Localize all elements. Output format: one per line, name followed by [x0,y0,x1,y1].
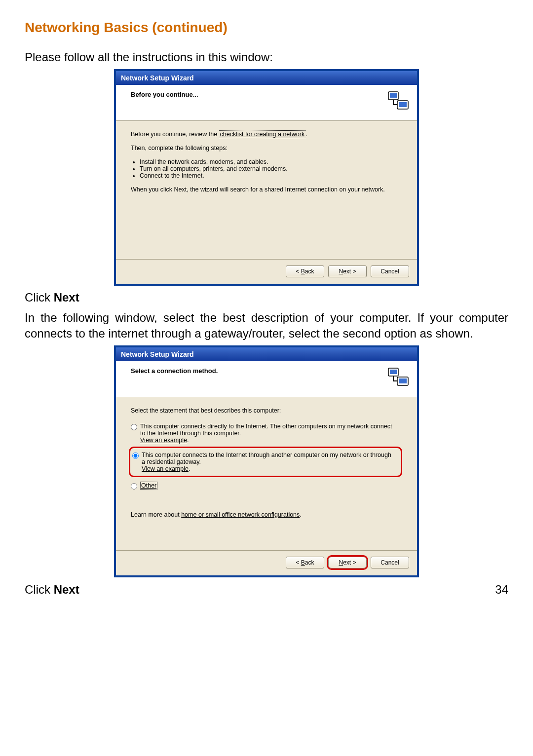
label-bold: Next [54,291,79,304]
radio-input[interactable] [132,453,139,459]
button-row: < Back Next > Cancel [116,259,417,284]
network-icon [387,90,410,113]
radio-input[interactable] [131,424,137,430]
page-number: 34 [495,583,508,597]
svg-rect-3 [399,102,407,107]
paragraph-2: In the following window, select the best… [25,310,508,340]
radio-label: This computer connects to the Internet t… [142,452,391,465]
body-text: When you click Next, the wizard will sea… [131,186,402,193]
wizard-header-title: Select a connection method. [131,367,218,375]
click-next-2: Click Next [25,582,79,597]
page-heading: Networking Basics (continued) [25,20,508,36]
learn-more-text: Learn more about [131,511,181,518]
click-next-1: Click Next [25,290,508,305]
next-button[interactable]: Next > [328,265,367,277]
body-text: . [305,131,307,138]
back-button[interactable]: < Back [286,557,324,568]
label-bold: Next [54,583,79,596]
wizard-body: Select the statement that best describes… [116,397,417,550]
body-text: Then, complete the following steps: [131,145,402,151]
wizard-select-connection: Network Setup Wizard Select a connection… [114,346,419,577]
cancel-button[interactable]: Cancel [371,557,409,568]
label: Click [25,583,54,596]
radio-option-other[interactable]: Other [131,480,402,491]
back-button[interactable]: < Back [286,265,324,277]
view-example-link[interactable]: View an example [142,465,189,472]
radio-option-gateway[interactable]: This computer connects to the Internet t… [132,450,397,474]
radio-input[interactable] [131,483,137,490]
step-item: Install the network cards, modems, and c… [140,158,402,165]
wizard-header: Before you continue... [116,85,417,121]
body-text: Before you continue, review the [131,131,219,138]
step-item: Connect to the Internet. [140,172,402,179]
wizard-body: Before you continue, review the checklis… [116,121,417,259]
svg-rect-1 [390,93,397,98]
svg-rect-7 [399,378,407,383]
wizard-header: Select a connection method. [116,361,417,397]
button-row: < Back Next > Cancel [116,550,417,575]
radio-option-direct[interactable]: This computer connects directly to the I… [131,421,402,446]
highlight-selected-option: This computer connects to the Internet t… [129,447,402,477]
cancel-button[interactable]: Cancel [371,265,409,277]
radio-label: This computer connects directly to the I… [140,423,392,437]
step-item: Turn on all computers, printers, and ext… [140,165,402,172]
label: Click [25,291,54,304]
titlebar: Network Setup Wizard [116,347,417,361]
network-icon [387,366,410,389]
view-example-link[interactable]: View an example [140,437,187,444]
learn-more-link[interactable]: home or small office network configurati… [181,511,300,518]
checklist-link[interactable]: checklist for creating a network [219,130,306,138]
intro-text: Please follow all the instructions in th… [25,49,508,65]
wizard-header-title: Before you continue... [131,91,198,98]
learn-more-text: . [300,511,301,518]
svg-rect-5 [390,370,397,374]
radio-label: Other [140,482,157,490]
wizard-before-you-continue: Network Setup Wizard Before you continue… [114,70,419,286]
titlebar: Network Setup Wizard [116,71,417,85]
body-text: Select the statement that best describes… [131,407,402,414]
next-button[interactable]: Next > [328,557,367,568]
